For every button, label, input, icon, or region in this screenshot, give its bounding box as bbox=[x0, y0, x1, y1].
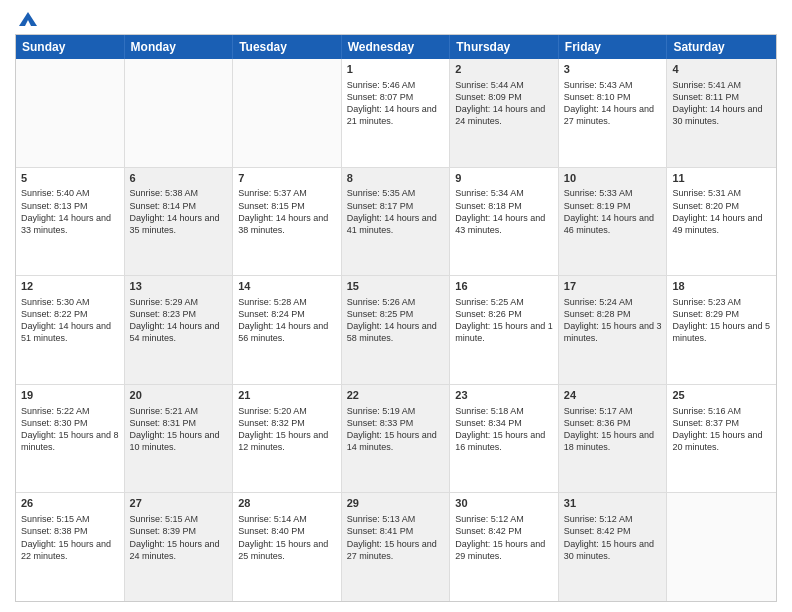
calendar-cell: 28Sunrise: 5:14 AMSunset: 8:40 PMDayligh… bbox=[233, 493, 342, 601]
day-number: 31 bbox=[564, 496, 662, 511]
cell-info-line: Daylight: 14 hours and 46 minutes. bbox=[564, 212, 662, 236]
day-number: 16 bbox=[455, 279, 553, 294]
cell-info-line: Daylight: 14 hours and 21 minutes. bbox=[347, 103, 445, 127]
calendar-header-cell: Sunday bbox=[16, 35, 125, 59]
cell-info-line: Sunset: 8:19 PM bbox=[564, 200, 662, 212]
cell-info-line: Daylight: 15 hours and 1 minute. bbox=[455, 320, 553, 344]
calendar-cell: 4Sunrise: 5:41 AMSunset: 8:11 PMDaylight… bbox=[667, 59, 776, 167]
day-number: 26 bbox=[21, 496, 119, 511]
cell-info-line: Sunrise: 5:35 AM bbox=[347, 187, 445, 199]
day-number: 20 bbox=[130, 388, 228, 403]
day-number: 23 bbox=[455, 388, 553, 403]
day-number: 7 bbox=[238, 171, 336, 186]
calendar-cell: 26Sunrise: 5:15 AMSunset: 8:38 PMDayligh… bbox=[16, 493, 125, 601]
day-number: 25 bbox=[672, 388, 771, 403]
calendar-cell: 5Sunrise: 5:40 AMSunset: 8:13 PMDaylight… bbox=[16, 168, 125, 276]
cell-info-line: Sunrise: 5:15 AM bbox=[130, 513, 228, 525]
calendar-row: 12Sunrise: 5:30 AMSunset: 8:22 PMDayligh… bbox=[16, 276, 776, 385]
cell-info-line: Daylight: 15 hours and 27 minutes. bbox=[347, 538, 445, 562]
cell-info-line: Daylight: 14 hours and 41 minutes. bbox=[347, 212, 445, 236]
cell-info-line: Sunrise: 5:25 AM bbox=[455, 296, 553, 308]
cell-info-line: Sunrise: 5:29 AM bbox=[130, 296, 228, 308]
calendar-cell: 18Sunrise: 5:23 AMSunset: 8:29 PMDayligh… bbox=[667, 276, 776, 384]
cell-info-line: Daylight: 15 hours and 25 minutes. bbox=[238, 538, 336, 562]
cell-info-line: Sunset: 8:42 PM bbox=[455, 525, 553, 537]
cell-info-line: Sunset: 8:22 PM bbox=[21, 308, 119, 320]
cell-info-line: Sunset: 8:09 PM bbox=[455, 91, 553, 103]
cell-info-line: Sunrise: 5:28 AM bbox=[238, 296, 336, 308]
calendar-cell: 16Sunrise: 5:25 AMSunset: 8:26 PMDayligh… bbox=[450, 276, 559, 384]
day-number: 14 bbox=[238, 279, 336, 294]
cell-info-line: Sunset: 8:34 PM bbox=[455, 417, 553, 429]
cell-info-line: Daylight: 15 hours and 12 minutes. bbox=[238, 429, 336, 453]
calendar-header-cell: Wednesday bbox=[342, 35, 451, 59]
cell-info-line: Sunset: 8:28 PM bbox=[564, 308, 662, 320]
cell-info-line: Sunset: 8:41 PM bbox=[347, 525, 445, 537]
day-number: 21 bbox=[238, 388, 336, 403]
calendar-cell: 2Sunrise: 5:44 AMSunset: 8:09 PMDaylight… bbox=[450, 59, 559, 167]
cell-info-line: Daylight: 14 hours and 30 minutes. bbox=[672, 103, 771, 127]
cell-info-line: Sunrise: 5:44 AM bbox=[455, 79, 553, 91]
cell-info-line: Sunrise: 5:14 AM bbox=[238, 513, 336, 525]
calendar-cell: 8Sunrise: 5:35 AMSunset: 8:17 PMDaylight… bbox=[342, 168, 451, 276]
cell-info-line: Sunset: 8:38 PM bbox=[21, 525, 119, 537]
cell-info-line: Sunrise: 5:13 AM bbox=[347, 513, 445, 525]
day-number: 27 bbox=[130, 496, 228, 511]
cell-info-line: Sunset: 8:23 PM bbox=[130, 308, 228, 320]
day-number: 8 bbox=[347, 171, 445, 186]
calendar-cell: 29Sunrise: 5:13 AMSunset: 8:41 PMDayligh… bbox=[342, 493, 451, 601]
day-number: 9 bbox=[455, 171, 553, 186]
day-number: 5 bbox=[21, 171, 119, 186]
page: SundayMondayTuesdayWednesdayThursdayFrid… bbox=[0, 0, 792, 612]
day-number: 1 bbox=[347, 62, 445, 77]
cell-info-line: Sunrise: 5:19 AM bbox=[347, 405, 445, 417]
cell-info-line: Sunset: 8:40 PM bbox=[238, 525, 336, 537]
calendar-cell: 14Sunrise: 5:28 AMSunset: 8:24 PMDayligh… bbox=[233, 276, 342, 384]
cell-info-line: Daylight: 14 hours and 54 minutes. bbox=[130, 320, 228, 344]
cell-info-line: Sunrise: 5:33 AM bbox=[564, 187, 662, 199]
cell-info-line: Sunset: 8:32 PM bbox=[238, 417, 336, 429]
cell-info-line: Sunset: 8:17 PM bbox=[347, 200, 445, 212]
day-number: 13 bbox=[130, 279, 228, 294]
cell-info-line: Sunrise: 5:21 AM bbox=[130, 405, 228, 417]
calendar-header-cell: Tuesday bbox=[233, 35, 342, 59]
cell-info-line: Sunrise: 5:31 AM bbox=[672, 187, 771, 199]
calendar-cell: 25Sunrise: 5:16 AMSunset: 8:37 PMDayligh… bbox=[667, 385, 776, 493]
day-number: 22 bbox=[347, 388, 445, 403]
calendar-cell: 10Sunrise: 5:33 AMSunset: 8:19 PMDayligh… bbox=[559, 168, 668, 276]
cell-info-line: Sunrise: 5:40 AM bbox=[21, 187, 119, 199]
day-number: 4 bbox=[672, 62, 771, 77]
cell-info-line: Sunset: 8:14 PM bbox=[130, 200, 228, 212]
day-number: 6 bbox=[130, 171, 228, 186]
day-number: 2 bbox=[455, 62, 553, 77]
calendar-header-cell: Friday bbox=[559, 35, 668, 59]
calendar-cell: 31Sunrise: 5:12 AMSunset: 8:42 PMDayligh… bbox=[559, 493, 668, 601]
day-number: 3 bbox=[564, 62, 662, 77]
cell-info-line: Daylight: 14 hours and 43 minutes. bbox=[455, 212, 553, 236]
day-number: 11 bbox=[672, 171, 771, 186]
cell-info-line: Sunset: 8:13 PM bbox=[21, 200, 119, 212]
cell-info-line: Daylight: 15 hours and 14 minutes. bbox=[347, 429, 445, 453]
calendar-cell: 30Sunrise: 5:12 AMSunset: 8:42 PMDayligh… bbox=[450, 493, 559, 601]
cell-info-line: Sunrise: 5:17 AM bbox=[564, 405, 662, 417]
cell-info-line: Daylight: 15 hours and 22 minutes. bbox=[21, 538, 119, 562]
cell-info-line: Sunrise: 5:16 AM bbox=[672, 405, 771, 417]
calendar-header-cell: Monday bbox=[125, 35, 234, 59]
calendar-cell bbox=[125, 59, 234, 167]
day-number: 24 bbox=[564, 388, 662, 403]
logo bbox=[15, 10, 39, 26]
cell-info-line: Sunrise: 5:15 AM bbox=[21, 513, 119, 525]
day-number: 10 bbox=[564, 171, 662, 186]
calendar-cell bbox=[667, 493, 776, 601]
calendar-header-row: SundayMondayTuesdayWednesdayThursdayFrid… bbox=[16, 35, 776, 59]
calendar-row: 26Sunrise: 5:15 AMSunset: 8:38 PMDayligh… bbox=[16, 493, 776, 601]
cell-info-line: Sunset: 8:24 PM bbox=[238, 308, 336, 320]
cell-info-line: Daylight: 14 hours and 27 minutes. bbox=[564, 103, 662, 127]
cell-info-line: Sunset: 8:26 PM bbox=[455, 308, 553, 320]
day-number: 29 bbox=[347, 496, 445, 511]
cell-info-line: Sunrise: 5:37 AM bbox=[238, 187, 336, 199]
cell-info-line: Sunset: 8:33 PM bbox=[347, 417, 445, 429]
cell-info-line: Sunset: 8:15 PM bbox=[238, 200, 336, 212]
header bbox=[15, 10, 777, 26]
cell-info-line: Daylight: 14 hours and 33 minutes. bbox=[21, 212, 119, 236]
